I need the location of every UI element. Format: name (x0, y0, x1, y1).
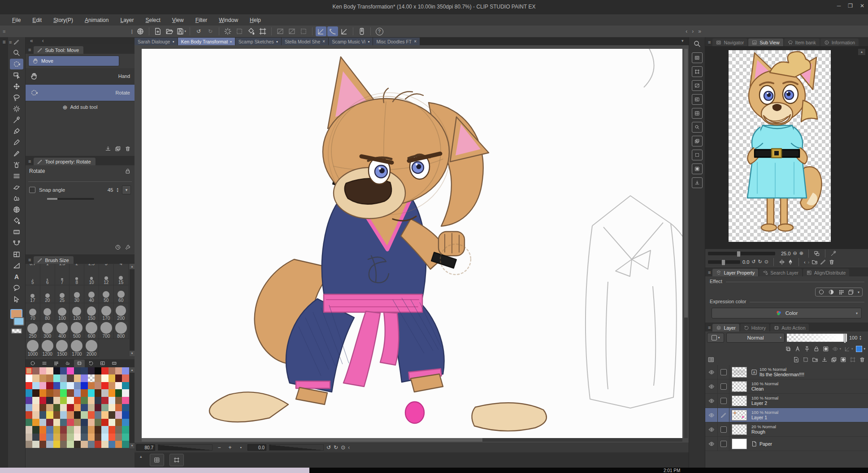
subtool-panel-tab[interactable]: Sub Tool: Move (34, 46, 83, 54)
tool-figure[interactable] (10, 260, 23, 271)
brush-size-partial[interactable]: 0.7 (26, 264, 40, 267)
palette-scroll-down-icon[interactable]: ▾ (130, 443, 135, 448)
brush-size-300[interactable]: 300 (40, 321, 55, 339)
layer-row[interactable]: 100 % Normal Layer 1 (705, 408, 868, 422)
color-swatch[interactable] (95, 367, 101, 374)
layer-visible-eye-icon[interactable] (708, 383, 715, 390)
document-tab[interactable]: Scamp Sketches ● (235, 38, 281, 45)
layer-row[interactable]: 20 % Normal Rough (705, 422, 868, 437)
document-tab[interactable]: Scamp Music Vi ● (329, 38, 373, 45)
color-swatch[interactable] (26, 441, 32, 448)
color-swatch[interactable] (122, 441, 129, 448)
color-swatch[interactable] (67, 434, 74, 441)
menu-select[interactable]: Select (140, 16, 165, 25)
color-swatch[interactable] (26, 434, 32, 441)
brush-size-12[interactable]: 12 (99, 267, 114, 285)
merge-down-icon[interactable] (831, 357, 837, 363)
color-swatch[interactable] (95, 397, 101, 404)
deselect-icon[interactable] (234, 26, 245, 36)
color-swatch[interactable] (101, 404, 108, 411)
color-swatch[interactable] (53, 411, 60, 418)
vertical-scrollbar[interactable] (684, 49, 688, 438)
color-swatch[interactable] (32, 367, 39, 374)
color-swatch[interactable] (53, 382, 60, 389)
color-swatch[interactable] (122, 434, 129, 441)
halftone-icon[interactable] (838, 289, 844, 295)
color-swatch[interactable] (122, 367, 129, 374)
layer-select-checkbox[interactable] (720, 441, 727, 447)
open-file-icon[interactable] (164, 26, 175, 36)
brush-size-7[interactable]: 7 (55, 267, 70, 285)
selection-launcher-icon[interactable] (275, 26, 286, 36)
new-raster-layer-icon[interactable] (793, 357, 799, 363)
brush-size-25[interactable]: 25 (55, 285, 70, 303)
color-swatch[interactable] (53, 419, 60, 426)
menu-edit[interactable]: Edit (27, 16, 47, 25)
tool-pen[interactable] (10, 126, 23, 137)
delete-layer-icon[interactable] (859, 357, 865, 363)
color-swatch[interactable] (67, 411, 74, 418)
color-swatch[interactable] (95, 382, 101, 389)
color-swatch[interactable] (74, 389, 81, 396)
light-table-icon[interactable] (794, 346, 801, 352)
document-tab[interactable]: Sarah Dialouge ● (135, 38, 178, 45)
rotate-ccw-icon[interactable]: ↺ (326, 444, 331, 451)
subview-scroll-up-icon[interactable]: ▴ (858, 49, 865, 55)
layer-visible-eye-icon[interactable] (708, 441, 715, 447)
color-swatch[interactable] (95, 411, 101, 418)
redo-icon[interactable]: ↻ (205, 26, 216, 36)
menu-filter[interactable]: Filter (191, 16, 213, 25)
layer-thumbnail[interactable] (732, 381, 747, 392)
snap-ruler-icon[interactable] (316, 26, 326, 36)
colortab-mixing-icon[interactable] (97, 360, 108, 367)
layer-thumbnail[interactable] (732, 424, 747, 435)
close-button[interactable]: ✕ (860, 3, 864, 9)
scroll-up-icon[interactable]: ▴ (130, 264, 135, 269)
close-tab-icon[interactable]: × (322, 39, 325, 44)
companion-device-icon[interactable] (356, 26, 367, 36)
brush-size-partial[interactable]: 2.5 (84, 264, 99, 267)
processing-icon[interactable] (222, 26, 233, 36)
menu-window[interactable]: Window (214, 16, 243, 25)
tool-balloon[interactable] (10, 283, 23, 293)
tool-lasso-select[interactable] (10, 92, 23, 103)
color-swatch[interactable] (32, 419, 39, 426)
color-swatch[interactable] (122, 382, 129, 389)
brush-size-15[interactable]: 15 (114, 267, 129, 285)
color-swatch[interactable] (39, 411, 46, 418)
subview-menu-icon[interactable]: ≡ (708, 39, 711, 45)
tool-airbrush[interactable] (10, 159, 23, 170)
brush-size-30[interactable]: 30 (69, 285, 84, 303)
collapse-arrow-icon[interactable]: ‹ (42, 38, 44, 44)
zoom-in-icon[interactable]: + (226, 444, 234, 451)
fit-to-screen-icon[interactable]: ▪ (237, 445, 245, 450)
layer-tab-history[interactable]: History (740, 324, 770, 331)
subview-rotation-value[interactable]: 0.0 (742, 259, 749, 265)
color-swatch[interactable] (39, 389, 46, 396)
layer-visible-eye-icon[interactable] (708, 369, 715, 375)
color-swatch[interactable] (53, 426, 60, 433)
color-swatch[interactable] (101, 367, 108, 374)
zoom-slider[interactable] (158, 444, 213, 451)
color-swatch[interactable] (81, 382, 87, 389)
palette-scrollbar[interactable]: ▴ ▾ (130, 367, 135, 448)
zoom-out-icon[interactable]: − (215, 444, 223, 451)
color-swatch[interactable] (74, 411, 81, 418)
color-swatch[interactable] (95, 419, 101, 426)
opacity-slider[interactable] (787, 334, 847, 342)
color-swatch[interactable] (122, 389, 129, 396)
brush-size-8[interactable]: 8 (69, 267, 84, 285)
tool-brush[interactable] (10, 148, 23, 159)
collapsed-panel-icon-6[interactable] (692, 122, 703, 133)
subview-edit-icon[interactable] (820, 259, 826, 265)
brush-size-70[interactable]: 70 (26, 303, 40, 321)
color-swatch[interactable] (115, 441, 122, 448)
color-swatch[interactable] (95, 434, 101, 441)
color-swatch[interactable] (81, 374, 87, 382)
color-swatch[interactable] (46, 374, 53, 382)
color-swatch[interactable] (26, 389, 32, 396)
brush-size-10[interactable]: 10 (84, 267, 99, 285)
color-swatch[interactable] (26, 382, 32, 389)
snap-angle-slider[interactable] (47, 198, 94, 200)
subview-next-icon[interactable]: › (808, 259, 810, 265)
